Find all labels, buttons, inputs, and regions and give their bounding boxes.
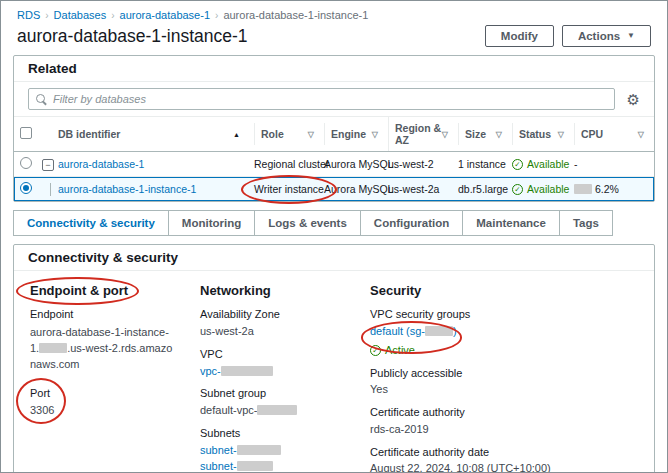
search-icon — [36, 94, 47, 105]
publicly-accessible-value: Yes — [370, 383, 638, 397]
annotation-ellipse — [16, 378, 66, 425]
check-circle-icon: ✓ — [512, 159, 523, 170]
size-cell: db.r5.large — [458, 177, 512, 201]
db-identifier-link[interactable]: aurora-database-1-instance-1 — [58, 183, 196, 195]
breadcrumb-databases[interactable]: Databases — [54, 9, 107, 21]
vpc-link[interactable]: vpc- — [200, 365, 221, 377]
redacted-text — [221, 366, 273, 376]
table-row-cluster[interactable]: − aurora-database-1 Regional cluster Aur… — [14, 152, 654, 177]
certificate-authority-value: rds-ca-2019 — [370, 423, 638, 437]
column-label: CPU — [581, 128, 603, 140]
column-header-region-az: Region & AZ ▽ — [388, 117, 458, 151]
subnet-group-label: Subnet group — [200, 387, 352, 401]
related-filter-row: ⚙ — [14, 82, 654, 116]
certificate-authority-label: Certificate authority — [370, 406, 638, 420]
region-az-cell: us-west-2a — [388, 177, 458, 201]
certificate-authority-date-value: August 22, 2024, 10:08 (UTC+10:00) — [370, 462, 638, 473]
redacted-text — [237, 445, 281, 455]
cpu-text: 6.2% — [595, 183, 619, 195]
publicly-accessible-label: Publicly accessible — [370, 367, 638, 381]
role-text: Writer instance — [254, 183, 324, 195]
redacted-text — [425, 326, 453, 336]
status-text: Available — [527, 183, 569, 195]
search-box[interactable] — [28, 88, 615, 110]
column-header-size: Size ▽ — [458, 123, 512, 145]
filter-icon[interactable]: ▽ — [558, 130, 564, 139]
engine-cell: Aurora MySQL — [324, 177, 388, 201]
settings-gear-icon[interactable]: ⚙ — [627, 92, 640, 107]
status-badge: ✓ Available — [512, 177, 574, 201]
db-identifier-link[interactable]: aurora-database-1 — [58, 158, 144, 170]
security-group-link[interactable]: default (sg-) — [370, 325, 457, 337]
tab-configuration[interactable]: Configuration — [360, 210, 463, 236]
security-heading: Security — [370, 283, 638, 299]
sort-ascending-icon[interactable]: ▲ — [233, 131, 240, 138]
port-group: Port 3306 — [30, 387, 54, 418]
breadcrumb-separator: › — [45, 10, 48, 21]
column-header-cpu: CPU ▽ — [574, 123, 654, 145]
tab-tags[interactable]: Tags — [559, 210, 613, 236]
filter-icon[interactable]: ▽ — [638, 130, 644, 139]
tab-connectivity-security[interactable]: Connectivity & security — [13, 210, 169, 236]
connectivity-panel: Connectivity & security Endpoint & port … — [13, 244, 655, 473]
actions-button-label: Actions — [578, 30, 620, 42]
certificate-authority-date-label: Certificate authority date — [370, 446, 638, 460]
endpoint-port-column: Endpoint & port Endpoint aurora-database… — [30, 279, 182, 473]
filter-icon[interactable]: ▽ — [496, 130, 502, 139]
breadcrumb-rds[interactable]: RDS — [17, 9, 40, 21]
filter-icon[interactable]: ▽ — [442, 130, 448, 139]
table-row-instance-selected[interactable]: aurora-database-1-instance-1 Writer inst… — [14, 177, 654, 201]
column-label: Status — [519, 128, 551, 140]
subnet-link[interactable]: subnet- — [200, 460, 237, 472]
rds-console-page: RDS › Databases › aurora-database-1 › au… — [0, 0, 668, 473]
actions-button[interactable]: Actions ▼ — [562, 25, 651, 47]
connectivity-detail-body: Endpoint & port Endpoint aurora-database… — [14, 271, 654, 473]
engine-cell: Aurora MySQL — [324, 152, 388, 176]
redacted-text — [257, 405, 297, 415]
table-header-row: DB identifier ▲ Role ▽ Engine ▽ Region &… — [14, 116, 654, 152]
size-cell: 1 instance — [458, 152, 512, 176]
column-label: Engine — [331, 128, 366, 140]
breadcrumb-cluster[interactable]: aurora-database-1 — [120, 9, 211, 21]
endpoint-label: Endpoint — [30, 308, 182, 322]
column-header-engine: Engine ▽ — [324, 123, 388, 145]
related-panel: Related ⚙ DB identifier ▲ Role ▽ — [13, 55, 655, 202]
subnet-link[interactable]: subnet- — [200, 444, 237, 456]
role-cell: Writer instance — [254, 177, 324, 201]
port-label: Port — [30, 387, 54, 401]
subnet-group-prefix: default-vpc- — [200, 404, 257, 416]
breadcrumb-current: aurora-database-1-instance-1 — [223, 9, 368, 21]
search-input[interactable] — [53, 93, 607, 105]
sg-status-badge: ✓ Active — [370, 344, 638, 358]
availability-zone-label: Availability Zone — [200, 308, 352, 322]
column-label: Region & AZ — [395, 122, 442, 146]
breadcrumb-separator: › — [215, 10, 218, 21]
select-all-checkbox[interactable] — [20, 127, 32, 139]
collapse-icon[interactable]: − — [42, 159, 54, 171]
role-cell: Regional cluster — [254, 152, 324, 176]
tab-monitoring[interactable]: Monitoring — [168, 210, 255, 236]
endpoint-value: aurora-database-1-instance-1..us-west-2.… — [30, 325, 174, 373]
breadcrumb-separator: › — [111, 10, 114, 21]
column-label: Role — [261, 128, 284, 140]
connectivity-panel-title: Connectivity & security — [14, 245, 654, 271]
port-value: 3306 — [30, 404, 54, 418]
column-header-db-identifier[interactable]: DB identifier ▲ — [58, 123, 254, 145]
column-label: DB identifier — [58, 128, 120, 140]
sg-suffix: ) — [453, 325, 457, 337]
row-radio[interactable] — [20, 157, 32, 169]
check-circle-icon: ✓ — [512, 184, 523, 195]
related-panel-title: Related — [14, 56, 654, 82]
tree-connector — [50, 183, 51, 196]
tab-maintenance[interactable]: Maintenance — [462, 210, 560, 236]
row-radio-selected[interactable] — [20, 182, 32, 194]
tab-logs-events[interactable]: Logs & events — [254, 210, 361, 236]
subnet-group-value: default-vpc- — [200, 404, 352, 418]
filter-icon[interactable]: ▽ — [308, 130, 314, 139]
column-header-status: Status ▽ — [512, 123, 574, 145]
vpc-security-groups-label: VPC security groups — [370, 308, 638, 322]
filter-icon[interactable]: ▽ — [372, 130, 378, 139]
modify-button[interactable]: Modify — [485, 25, 554, 47]
security-column: Security VPC security groups default (sg… — [370, 279, 638, 473]
page-title: aurora-database-1-instance-1 — [17, 26, 477, 47]
